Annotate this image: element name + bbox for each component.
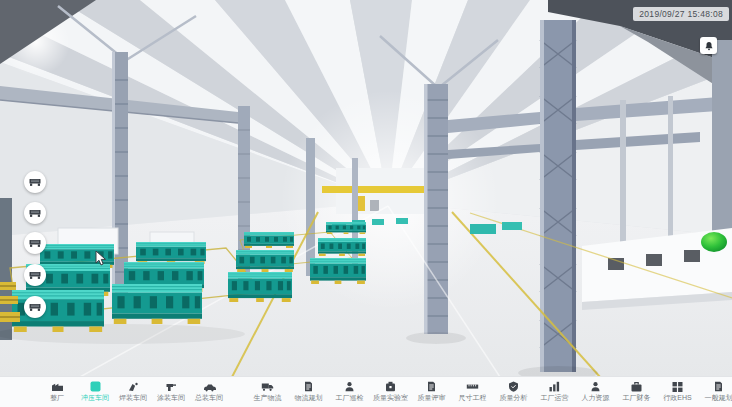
general-plan-icon	[712, 381, 725, 392]
bell-icon	[704, 41, 714, 51]
finance-briefcase-icon	[630, 381, 643, 392]
toolbar-item-logistics-planning[interactable]: 物流规划	[288, 377, 329, 407]
logistics-truck-icon	[261, 381, 274, 392]
scene-3d-view[interactable]	[0, 0, 732, 377]
toolbar-item-quality-analysis[interactable]: 质量分析	[493, 377, 534, 407]
toolbar-item-factory-operations[interactable]: 工厂运营	[534, 377, 575, 407]
notification-bell-button[interactable]	[700, 37, 717, 54]
press-line-marker-4[interactable]	[24, 264, 46, 286]
press-line-marker-2[interactable]	[24, 202, 46, 224]
bottom-toolbar: 整厂 冲压车间 焊装车间 涂装车间 总装车间	[0, 376, 732, 407]
toolbar-item-whole-plant[interactable]: 整厂	[38, 377, 76, 407]
dimension-ruler-icon	[466, 381, 479, 392]
quality-shield-icon	[507, 381, 520, 392]
module-nav-group: 生产物流 物流规划 工厂巡检 质量实验室 质量评审	[247, 377, 732, 407]
toolbar-item-stamping-shop[interactable]: 冲压车间	[76, 377, 114, 407]
toolbar-item-dimensional-engineering[interactable]: 尺寸工程	[452, 377, 493, 407]
welding-shop-icon	[127, 381, 140, 392]
toolbar-item-quality-lab[interactable]: 质量实验室	[370, 377, 411, 407]
toolbar-item-factory-inspection[interactable]: 工厂巡检	[329, 377, 370, 407]
toolbar-item-assembly-shop[interactable]: 总装车间	[190, 377, 228, 407]
inspection-person-icon	[343, 381, 356, 392]
digital-twin-app: 2019/09/27 15:48:08 整厂	[0, 0, 732, 407]
paint-shop-icon	[165, 381, 178, 392]
press-line-marker-icon	[29, 177, 41, 187]
workshop-nav-group: 整厂 冲压车间 焊装车间 涂装车间 总装车间	[38, 377, 228, 407]
green-status-object	[701, 232, 727, 252]
press-line-marker-icon	[29, 270, 41, 280]
press-line-marker-5[interactable]	[24, 296, 46, 318]
hr-person-icon	[589, 381, 602, 392]
toolbar-item-paint-shop[interactable]: 涂装车间	[152, 377, 190, 407]
toolbar-item-welding-shop[interactable]: 焊装车间	[114, 377, 152, 407]
stamping-shop-icon	[89, 381, 102, 392]
press-line-marker-1[interactable]	[24, 171, 46, 193]
toolbar-item-general-planning[interactable]: 一般规划	[698, 377, 732, 407]
toolbar-item-production-logistics[interactable]: 生产物流	[247, 377, 288, 407]
ehs-grid-icon	[671, 381, 684, 392]
quality-lab-icon	[384, 381, 397, 392]
assembly-shop-icon	[203, 381, 216, 392]
toolbar-item-factory-finance[interactable]: 工厂财务	[616, 377, 657, 407]
toolbar-item-admin-ehs[interactable]: 行政EHS	[657, 377, 698, 407]
press-line-marker-3[interactable]	[24, 232, 46, 254]
toolbar-item-quality-review[interactable]: 质量评审	[411, 377, 452, 407]
factory-icon	[51, 381, 64, 392]
press-line-marker-icon	[29, 238, 41, 248]
quality-review-icon	[425, 381, 438, 392]
overhead-crane-beam	[322, 186, 430, 193]
timestamp: 2019/09/27 15:48:08	[633, 7, 729, 21]
operations-chart-icon	[548, 381, 561, 392]
press-line-marker-icon	[29, 302, 41, 312]
logistics-plan-icon	[302, 381, 315, 392]
toolbar-item-human-resources[interactable]: 人力资源	[575, 377, 616, 407]
press-line-marker-icon	[29, 208, 41, 218]
